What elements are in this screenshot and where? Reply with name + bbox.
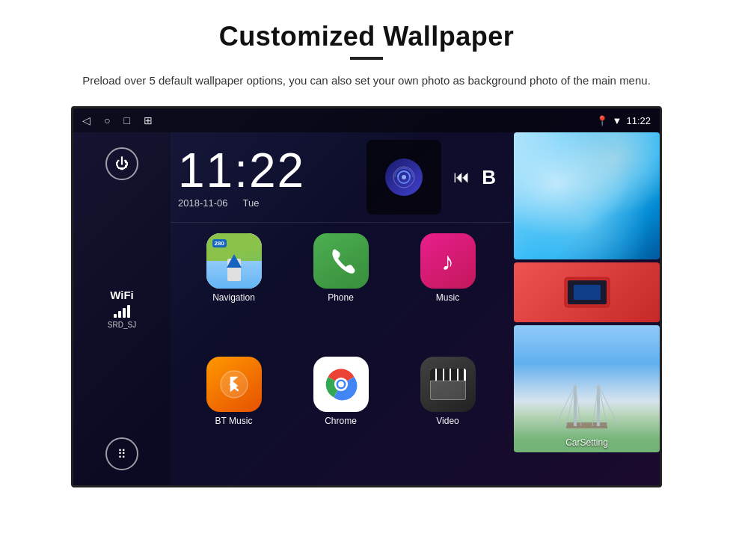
btmusic-app-icon[interactable]	[206, 357, 262, 412]
left-sidebar: ⏻ WiFi SRD_SJ ⠿	[73, 132, 171, 485]
device-svg	[557, 270, 617, 315]
chrome-app-icon[interactable]	[313, 357, 369, 412]
clapperboard-icon	[430, 369, 466, 400]
phone-app-icon[interactable]	[313, 233, 369, 289]
app-item-phone[interactable]: Phone	[289, 233, 392, 352]
next-track-button[interactable]: B	[482, 166, 496, 189]
music-note-icon: ♪	[441, 248, 454, 274]
navigation-app-icon[interactable]: 280	[206, 233, 262, 289]
wallpaper-column: CarSetting	[514, 132, 660, 485]
status-time: 11:22	[626, 115, 651, 126]
clock-date-value: 2018-11-06	[178, 197, 228, 209]
title-divider	[350, 57, 383, 60]
prev-track-button[interactable]: ⏮	[453, 167, 470, 187]
wifi-bar-2	[118, 311, 121, 318]
app-item-navigation[interactable]: 280 Navigation	[183, 233, 285, 352]
clock-date: 2018-11-06 Tue	[178, 197, 305, 209]
app-item-music[interactable]: ♪ Music	[396, 233, 499, 352]
wifi-info: WiFi SRD_SJ	[108, 289, 136, 329]
wifi-status-icon: ▼	[613, 115, 622, 126]
bridge-svg	[521, 378, 652, 437]
svg-rect-13	[566, 422, 607, 428]
page-title: Customized Wallpaper	[0, 0, 733, 57]
wifi-label: WiFi	[108, 289, 136, 301]
apps-grid-icon: ⠿	[117, 447, 126, 461]
clock-section: 11:22 2018-11-06 Tue	[178, 147, 305, 209]
media-icons: ⏮ B	[366, 140, 496, 215]
svg-point-2	[402, 175, 406, 179]
btmusic-app-label: BT Music	[215, 416, 253, 426]
apps-button[interactable]: ⠿	[105, 437, 138, 470]
navigation-app-label: Navigation	[212, 292, 255, 303]
wifi-bar-3	[123, 308, 126, 318]
cast-svg	[392, 165, 416, 189]
app-item-chrome[interactable]: Chrome	[289, 357, 392, 476]
svg-rect-12	[574, 285, 601, 300]
chrome-svg	[323, 366, 359, 402]
status-right: 📍 ▼ 11:22	[596, 115, 651, 126]
page-subtitle: Preload over 5 default wallpaper options…	[0, 72, 733, 90]
phone-svg	[325, 245, 357, 277]
wifi-cast-icon	[385, 159, 423, 196]
power-icon: ⏻	[115, 156, 129, 172]
back-icon[interactable]: ◁	[82, 114, 91, 126]
clock-area: 11:22 2018-11-06 Tue	[171, 132, 511, 223]
wifi-ssid: SRD_SJ	[108, 321, 136, 329]
wifi-bars	[108, 304, 136, 318]
home-icon[interactable]: ○	[104, 114, 110, 126]
power-button[interactable]: ⏻	[105, 147, 138, 180]
svg-line-19	[598, 385, 619, 426]
media-widget[interactable]	[366, 140, 441, 215]
bluetooth-svg	[218, 368, 251, 401]
svg-point-9	[338, 381, 344, 387]
svg-line-16	[555, 385, 575, 426]
status-bar: ◁ ○ □ ⊞ 📍 ▼ 11:22	[73, 108, 660, 132]
app-item-video[interactable]: Video	[396, 357, 499, 476]
wallpaper-ice[interactable]	[514, 132, 660, 259]
wallpaper-device	[514, 262, 660, 322]
android-body: ⏻ WiFi SRD_SJ ⠿	[73, 132, 660, 485]
wifi-bar-1	[114, 314, 117, 318]
location-icon: 📍	[596, 115, 608, 126]
video-app-icon[interactable]	[420, 357, 476, 412]
screenshot-icon[interactable]: ⊞	[144, 114, 153, 126]
recent-icon[interactable]: □	[123, 114, 129, 126]
app-item-btmusic[interactable]: BT Music	[183, 357, 285, 476]
phone-app-label: Phone	[328, 292, 354, 303]
nav-icons: ◁ ○ □ ⊞	[82, 114, 153, 126]
content-area: ◁ ○ □ ⊞ 📍 ▼ 11:22 ⏻ WiFi	[0, 106, 733, 487]
music-app-icon[interactable]: ♪	[420, 233, 476, 289]
wifi-bar-4	[127, 305, 130, 318]
wallpaper-bridge[interactable]: CarSetting	[514, 325, 660, 452]
clock-day-value: Tue	[243, 197, 260, 209]
app-grid: 280 Navigation Phone	[171, 223, 511, 485]
clock-time: 11:22	[178, 147, 305, 194]
video-app-label: Video	[436, 416, 458, 426]
center-content: 11:22 2018-11-06 Tue	[171, 132, 511, 485]
music-app-label: Music	[436, 292, 459, 303]
carsetting-label: CarSetting	[514, 437, 660, 448]
android-screen: ◁ ○ □ ⊞ 📍 ▼ 11:22 ⏻ WiFi	[71, 106, 662, 487]
chrome-app-label: Chrome	[325, 416, 357, 426]
